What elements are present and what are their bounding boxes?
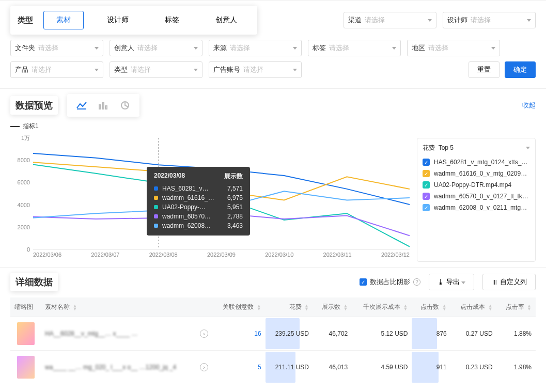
chevron-down-icon (428, 19, 432, 22)
legend-item[interactable]: ✓ HAS_60281_v_mtg_0124_xtts_kr_7… (423, 156, 530, 168)
detail-table: 缩略图 素材名称 ▲▼关联创意数 ▲▼花费 ▲▼展示数 ▲▼千次展示成本 ▲▼点… (10, 297, 536, 384)
legend-item[interactable]: ✓ wadmm_60570_0_v_0127_tt_tkszj_… (423, 191, 530, 202)
bar-chart-icon[interactable] (96, 98, 111, 113)
type-tab-group: 类型 素材 设计师 标签 创意人 (10, 6, 257, 35)
svg-rect-1 (102, 103, 104, 109)
creative-count-link[interactable]: 5 (258, 364, 261, 371)
confirm-button[interactable]: 确定 (505, 61, 536, 78)
chevron-down-icon (392, 47, 396, 50)
ratio-shadow-toggle[interactable]: ✓ 数据占比阴影 ? (360, 277, 420, 287)
export-button[interactable]: ⭳ 导出 (429, 274, 474, 290)
detail-section: 详细数据 ✓ 数据占比阴影 ? ⭳ 导出 ⫼ 自定义列 缩略图 素材名称 ▲▼关… (0, 267, 546, 389)
col-header[interactable]: 千次展示成本 ▲▼ (352, 297, 412, 317)
collapse-link[interactable]: 收起 (522, 101, 536, 110)
legend-item[interactable]: ✓ UA02-Poppy-DTR.mp4.mp4 (423, 179, 530, 191)
channel-select[interactable]: 渠道 请选择 (344, 12, 436, 28)
tab-tag[interactable]: 标签 (152, 11, 192, 29)
col-header[interactable]: 素材名称 ▲▼ (41, 297, 212, 317)
preview-title: 数据预览 (10, 96, 58, 115)
filters-section: 类型 素材 设计师 标签 创意人 渠道 请选择 设计师 请选择 文件夹 请选择 … (0, 0, 546, 88)
designer-select[interactable]: 设计师 请选择 (443, 12, 536, 28)
svg-rect-2 (105, 106, 107, 109)
thumbnail[interactable] (17, 356, 35, 379)
chevron-down-icon (293, 47, 297, 50)
reset-button[interactable]: 重置 (469, 61, 500, 78)
custom-columns-button[interactable]: ⫼ 自定义列 (482, 274, 536, 290)
col-header[interactable]: 展示数 ▲▼ (313, 297, 352, 317)
创意人-select[interactable]: 创意人 请选择 (110, 40, 202, 56)
chevron-down-icon (491, 47, 495, 50)
产品-select[interactable]: 产品 请选择 (10, 61, 103, 78)
tab-material[interactable]: 素材 (43, 11, 84, 29)
地区-select[interactable]: 地区 请选择 (407, 40, 500, 56)
chart-tooltip: 2022/03/08 展示数 HAS_60281_v…7,571wadmm_61… (147, 167, 250, 236)
标签-select[interactable]: 标签 请选择 (308, 40, 401, 56)
tab-designer[interactable]: 设计师 (94, 11, 142, 29)
chevron-down-icon (95, 69, 99, 71)
chevron-down-icon[interactable] (526, 147, 530, 149)
chevron-down-icon (194, 69, 198, 71)
legend-panel: 花费 Top 5 ✓ HAS_60281_v_mtg_0124_xtts_kr_… (417, 138, 536, 262)
svg-rect-0 (99, 105, 101, 109)
广告账号-select[interactable]: 广告账号 请选择 (209, 61, 302, 78)
chart-type-group (67, 94, 139, 117)
pie-chart-icon[interactable] (118, 98, 132, 113)
类型-select[interactable]: 类型 请选择 (110, 61, 202, 78)
chart-canvas[interactable]: 020004000600080001万 2022/03/08 展示数 HAS_6… (10, 138, 410, 262)
legend-item[interactable]: ✓ wadmm_61616_0_v_mtg_0209_lpb… (423, 168, 530, 179)
line-chart-icon[interactable] (74, 98, 89, 113)
table-row: wa____ __… mg_020_ l___x o__ …1200_jq _4… (10, 351, 536, 384)
table-row: HA__6028__v_mtg__… x____ …› 16 239.25 US… (10, 317, 536, 351)
chevron-down-icon (461, 281, 465, 284)
chevron-down-icon (527, 19, 531, 22)
col-header[interactable]: 点击率 ▲▼ (497, 297, 536, 317)
来源-select[interactable]: 来源 请选择 (209, 40, 302, 56)
chevron-down-icon (293, 69, 297, 71)
legend-item[interactable]: ✓ wadmm_62008_0_v_0211_mtg_gyy… (423, 202, 530, 213)
文件夹-select[interactable]: 文件夹 请选择 (10, 40, 103, 56)
col-header[interactable]: 点击成本 ▲▼ (451, 297, 497, 317)
detail-arrow-icon[interactable]: › (200, 330, 208, 338)
chevron-down-icon (95, 47, 99, 50)
thumbnail[interactable] (17, 322, 35, 345)
preview-section: 数据预览 收起 指标1 020004000600080001万 2022/ (0, 88, 546, 267)
col-header[interactable]: 关联创意数 ▲▼ (212, 297, 266, 317)
tab-creative[interactable]: 创意人 (202, 11, 250, 29)
chevron-down-icon (194, 47, 198, 50)
info-icon[interactable]: ? (413, 278, 420, 286)
detail-title: 详细数据 (10, 273, 58, 291)
type-label: 类型 (18, 15, 33, 25)
col-header[interactable]: 点击数 ▲▼ (412, 297, 450, 317)
col-header[interactable]: 缩略图 (10, 297, 41, 317)
legend-metric: 指标1 (10, 122, 536, 131)
detail-arrow-icon[interactable]: › (200, 363, 208, 371)
col-header[interactable]: 花费 ▲▼ (266, 297, 313, 317)
creative-count-link[interactable]: 16 (254, 330, 261, 337)
